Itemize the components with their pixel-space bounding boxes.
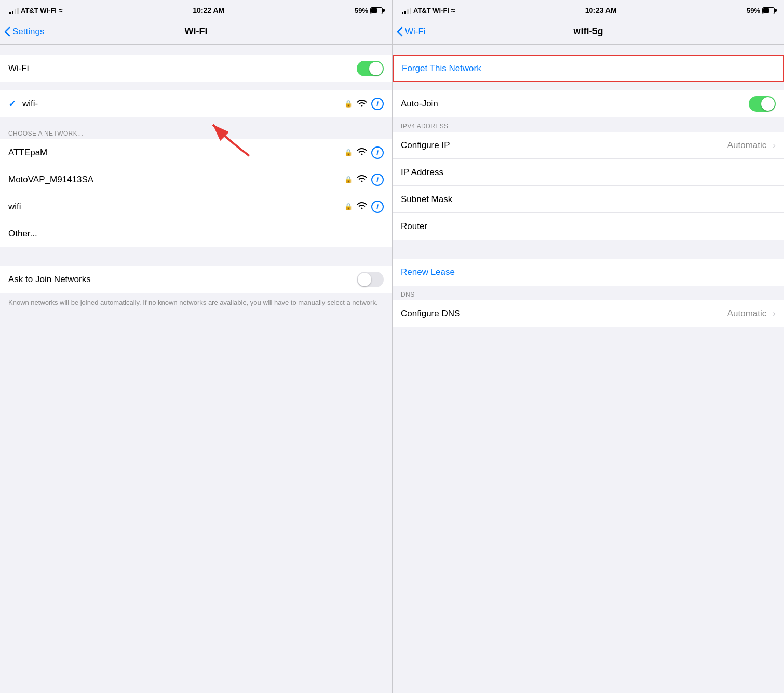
gap-right-top — [393, 45, 784, 55]
ip-address-row[interactable]: IP Address — [393, 159, 784, 186]
lock-icon-attepa: 🔒 — [344, 149, 353, 156]
gap-2 — [0, 117, 392, 126]
battery-icon-left — [370, 7, 383, 14]
ask-join-knob — [358, 273, 371, 286]
network-name-motovap: MotoVAP_M91413SA — [8, 175, 93, 185]
network-row-other[interactable]: Other... — [0, 220, 392, 247]
time-right: 10:23 AM — [585, 6, 617, 15]
page-title-right: wifi-5g — [574, 26, 603, 37]
auto-join-label: Auto-Join — [401, 99, 438, 109]
back-button-left[interactable]: Settings — [4, 26, 44, 37]
gap-right-1 — [393, 82, 784, 90]
connected-network-row[interactable]: ✓ wifi- 🔒 i — [0, 90, 392, 117]
carrier-right: AT&T Wi-Fi — [413, 7, 449, 15]
wifi-icon-attepa — [357, 147, 367, 158]
gap-1 — [0, 82, 392, 90]
info-button-wifi-net[interactable]: i — [371, 201, 384, 213]
back-chevron-right — [397, 26, 403, 37]
lock-icon-connected: 🔒 — [344, 100, 353, 108]
renew-lease-section: Renew Lease — [393, 259, 784, 286]
ask-join-row: Ask to Join Networks — [0, 266, 392, 293]
configure-dns-text: Automatic — [727, 309, 767, 319]
ipv4-header-gap: IPV4 ADDRESS — [393, 117, 784, 132]
wifi-icon-connected — [357, 99, 367, 109]
signal-icon — [9, 7, 19, 14]
left-screen: AT&T Wi-Fi ≈ 10:22 AM 59% Settings Wi-Fi… — [0, 0, 392, 693]
router-label: Router — [401, 221, 427, 232]
auto-join-knob — [761, 97, 775, 111]
ask-join-section: Ask to Join Networks — [0, 266, 392, 293]
status-bar-right: AT&T Wi-Fi ≈ 10:23 AM 59% — [393, 0, 784, 20]
choose-network-header: CHOOSE A NETWORK... — [0, 126, 392, 139]
wifi-toggle-row: Wi-Fi — [0, 55, 392, 82]
ask-join-toggle[interactable] — [357, 272, 384, 287]
lock-icon-wifi: 🔒 — [344, 203, 353, 210]
wifi-icon-wifi — [357, 201, 367, 212]
back-chevron-left — [4, 26, 10, 37]
auto-join-row: Auto-Join — [393, 90, 784, 117]
battery-icon-right — [762, 7, 775, 14]
network-name-attepa: ATTEpaM — [8, 148, 47, 158]
footer-note: Known networks will be joined automatica… — [0, 293, 392, 318]
connected-network-icons: 🔒 i — [344, 98, 384, 110]
back-button-right[interactable]: Wi-Fi — [397, 26, 426, 37]
configure-ip-value: Automatic › — [727, 140, 776, 151]
wifi-status-icon: ≈ — [59, 6, 63, 15]
ask-join-label: Ask to Join Networks — [8, 274, 91, 285]
gap-3 — [0, 247, 392, 266]
wifi-toggle-label: Wi-Fi — [8, 63, 29, 74]
renew-lease-row[interactable]: Renew Lease — [393, 259, 784, 286]
status-bar-left: AT&T Wi-Fi ≈ 10:22 AM 59% — [0, 0, 392, 20]
wifi-toggle-switch[interactable] — [357, 61, 384, 76]
router-row[interactable]: Router — [393, 213, 784, 240]
dns-section-label: DNS — [401, 291, 415, 298]
signal-icon-right — [402, 7, 411, 14]
gap-right-2 — [393, 240, 784, 259]
configure-ip-chevron: › — [773, 140, 776, 151]
network-row-attepa[interactable]: ATTEpaM 🔒 i — [0, 139, 392, 166]
auto-join-section: Auto-Join — [393, 90, 784, 117]
wifi-icon-motovap — [357, 174, 367, 185]
network-icons-motovap: 🔒 i — [344, 174, 384, 186]
network-row-motovap[interactable]: MotoVAP_M91413SA 🔒 i — [0, 166, 392, 193]
connected-network-name: wifi- — [22, 99, 340, 109]
ip-address-label: IP Address — [401, 167, 443, 178]
status-left-right: AT&T Wi-Fi ≈ — [402, 6, 455, 15]
configure-ip-row[interactable]: Configure IP Automatic › — [393, 132, 784, 159]
network-icons-attepa: 🔒 i — [344, 146, 384, 159]
battery-pct-left: 59% — [355, 7, 368, 15]
network-name-other: Other... — [8, 229, 37, 239]
page-title-left: Wi-Fi — [185, 26, 208, 37]
configure-dns-value: Automatic › — [727, 309, 776, 319]
dns-rows: Configure DNS Automatic › — [393, 300, 784, 327]
left-content: Wi-Fi ✓ wifi- 🔒 i — [0, 45, 392, 693]
ipv4-section-label: IPV4 ADDRESS — [401, 123, 449, 130]
carrier-left: AT&T Wi-Fi — [21, 7, 57, 15]
forget-network-row[interactable]: Forget This Network — [393, 55, 784, 82]
right-screen: AT&T Wi-Fi ≈ 10:23 AM 59% Wi-Fi wifi-5g … — [392, 0, 784, 693]
configure-dns-label: Configure DNS — [401, 309, 460, 319]
status-left: AT&T Wi-Fi ≈ — [9, 6, 63, 15]
info-button-motovap[interactable]: i — [371, 174, 384, 186]
ipv4-rows: Configure IP Automatic › IP Address Subn… — [393, 132, 784, 240]
auto-join-toggle[interactable] — [749, 96, 776, 112]
info-icon-connected: i — [376, 100, 379, 108]
wifi-toggle-section: Wi-Fi — [0, 55, 392, 82]
subnet-mask-row[interactable]: Subnet Mask — [393, 186, 784, 213]
nav-bar-right: Wi-Fi wifi-5g — [393, 20, 784, 45]
renew-lease-label: Renew Lease — [401, 267, 455, 277]
info-button-connected[interactable]: i — [371, 98, 384, 110]
network-list: ATTEpaM 🔒 i MotoVAP_M91413SA 🔒 i — [0, 139, 392, 247]
info-button-attepa[interactable]: i — [371, 146, 384, 159]
forget-network-label: Forget This Network — [402, 63, 481, 74]
battery-pct-right: 59% — [747, 7, 760, 15]
configure-dns-chevron: › — [773, 309, 776, 319]
time-left: 10:22 AM — [193, 6, 224, 15]
connected-network-section: ✓ wifi- 🔒 i — [0, 90, 392, 117]
lock-icon-motovap: 🔒 — [344, 176, 353, 183]
checkmark-icon: ✓ — [8, 98, 16, 110]
network-name-wifi: wifi — [8, 202, 21, 212]
configure-dns-row[interactable]: Configure DNS Automatic › — [393, 300, 784, 327]
wifi-status-icon-right: ≈ — [451, 6, 455, 15]
network-row-wifi[interactable]: wifi 🔒 i — [0, 193, 392, 220]
